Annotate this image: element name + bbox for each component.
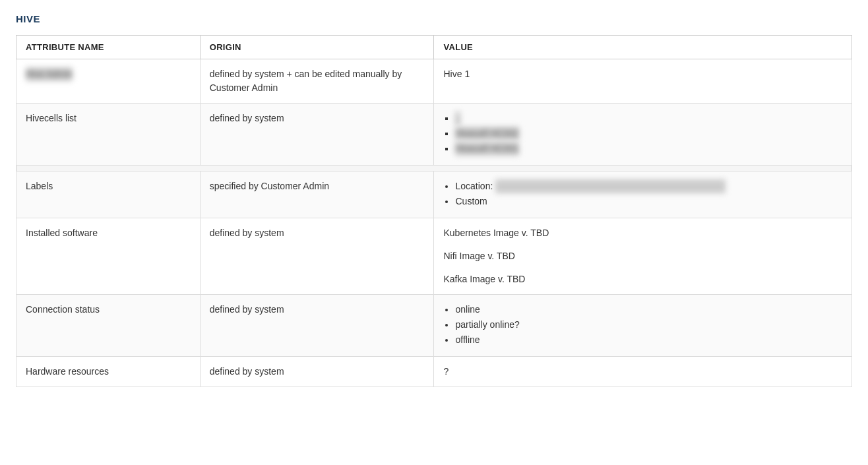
table-row: Connection statusdefined by systemonline… [16,295,852,357]
software-item: Kafka Image v. TBD [443,272,842,286]
blurred-location: Country → City → Address → Building → Ro… [495,179,726,193]
cell-value: Hive 1 [434,59,852,104]
cell-origin: defined by system [200,218,434,295]
header-value: VALUE [434,36,852,59]
bullet-list: Location: Country → City → Address → Bui… [443,179,842,208]
bullet-list: onlinepartially online?offline [443,303,842,347]
list-item: partially online? [455,318,842,332]
cell-origin: defined by system [200,295,434,357]
cell-origin: defined by system [200,357,434,387]
blurred-list-item: Hivecell HC001 [455,142,518,156]
cell-value: Location: Country → City → Address → Bui… [434,171,852,218]
table-row: Hive Admindefined by system + can be edi… [16,59,852,104]
blurred-attribute-name: Hive Admin [26,67,73,81]
table-header-row: ATTRIBUTE NAME ORIGIN VALUE [16,36,852,59]
cell-attribute: Hardware resources [16,357,201,387]
cell-value: onlinepartially online?offline [434,295,852,357]
cell-value: ..Hivecell HC002Hivecell HC001 [434,104,852,166]
separator-row [16,166,852,171]
cell-attribute: Connection status [16,295,201,357]
cell-origin: defined by system + can be edited manual… [200,59,434,104]
list-item: Hivecell HC002 [455,127,842,140]
header-origin: ORIGIN [200,36,434,59]
list-item: .. [455,111,842,125]
list-item-prefix: Location: [455,181,495,191]
page-title: HIVE [16,13,852,24]
software-item: Nifi Image v. TBD [443,249,842,263]
header-attribute: ATTRIBUTE NAME [16,36,201,59]
cell-origin: defined by system [200,104,434,166]
blurred-list-item: .. [455,111,460,125]
table-row: Installed softwaredefined by systemKuber… [16,218,852,295]
cell-value: ? [434,357,852,387]
attributes-table: ATTRIBUTE NAME ORIGIN VALUE Hive Adminde… [16,35,852,387]
cell-attribute: Installed software [16,218,201,295]
table-row: Hivecells listdefined by system..Hivecel… [16,104,852,166]
cell-value: Kubernetes Image v. TBDNifi Image v. TBD… [434,218,852,295]
software-item: Kubernetes Image v. TBD [443,226,842,240]
list-item: Hivecell HC001 [455,142,842,156]
list-item: offline [455,333,842,347]
cell-origin: specified by Customer Admin [200,171,434,218]
table-row: Labelsspecified by Customer AdminLocatio… [16,171,852,218]
list-item: online [455,303,842,317]
cell-attribute: Labels [16,171,201,218]
list-item: Location: Country → City → Address → Bui… [455,179,842,193]
table-row: Hardware resourcesdefined by system? [16,357,852,387]
cell-attribute: Hivecells list [16,104,201,166]
cell-attribute: Hive Admin [16,59,201,104]
square-list: ..Hivecell HC002Hivecell HC001 [443,111,842,156]
blurred-list-item: Hivecell HC002 [455,127,518,140]
list-item: Custom [455,195,842,208]
